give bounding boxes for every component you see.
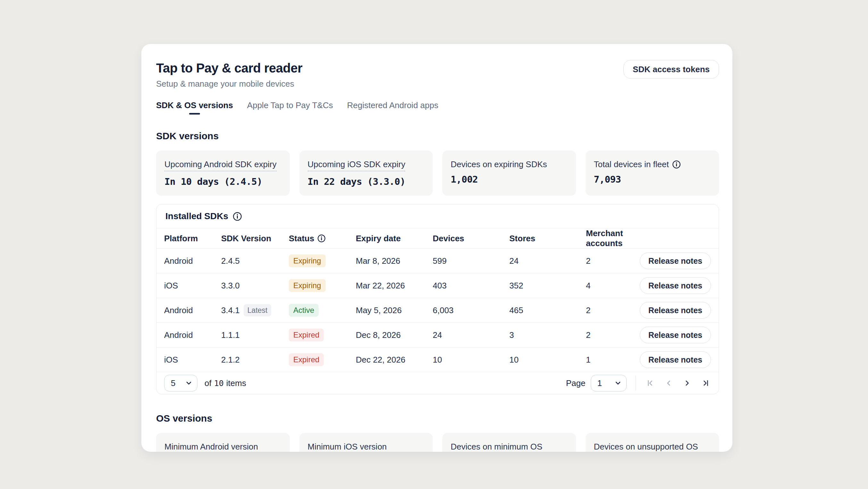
card-label: Devices on minimum OS version xyxy=(451,442,568,452)
sdk-version: 2.4.5 xyxy=(221,256,240,266)
card-label-tooltip-trigger[interactable]: Upcoming iOS SDK expiry xyxy=(308,160,405,171)
card-label: Devices on expiring SDKs xyxy=(451,160,547,169)
main-panel: Tap to Pay & card reader Setup & manage … xyxy=(142,44,733,452)
column-header-expiry-date: Expiry date xyxy=(356,234,433,243)
first-page-icon[interactable] xyxy=(645,378,655,388)
items-suffix: items xyxy=(226,378,246,388)
column-header-merchant-accounts: Merchant accounts xyxy=(586,228,645,248)
release-notes-button[interactable]: Release notes xyxy=(640,277,711,294)
devices-cell: 599 xyxy=(433,256,509,266)
sdk-versions-heading: SDK versions xyxy=(156,130,719,142)
merchant-accounts-cell: 2 xyxy=(586,256,645,266)
table-row: Android 3.4.1 Latest Active May 5, 2026 … xyxy=(156,298,719,323)
table-row: iOS 3.3.0 Expiring Mar 22, 2026 403 352 … xyxy=(156,274,719,298)
card-label-tooltip-trigger[interactable]: Minimum Android version xyxy=(164,442,258,452)
info-icon[interactable] xyxy=(317,234,326,242)
page-size-value: 5 xyxy=(171,378,175,388)
page-background: { "page": { "background_color": "#ECEBE8… xyxy=(0,0,868,489)
sdk-access-tokens-button[interactable]: SDK access tokens xyxy=(623,60,719,79)
table-row: Android 1.1.1 Expired Dec 8, 2026 24 3 2… xyxy=(156,323,719,347)
version-cell: 3.3.0 xyxy=(221,281,289,291)
chevron-down-icon xyxy=(185,379,193,387)
tab-registered-android-apps[interactable]: Registered Android apps xyxy=(347,100,438,115)
summary-card-expiring-devices: Devices on expiring SDKs 1,002 xyxy=(442,150,576,196)
card-label-wrap: Devices on minimum OS version xyxy=(451,442,568,452)
card-label: Minimum iOS version xyxy=(308,442,387,452)
sdk-version: 1.1.1 xyxy=(221,330,240,340)
page-number-select[interactable]: 1 xyxy=(591,375,627,392)
pagination-bar: 5 of 10 items Page 1 xyxy=(156,372,719,394)
items-count: 10 xyxy=(214,379,224,388)
status-badge: Active xyxy=(289,304,319,317)
sdk-summary-cards: Upcoming Android SDK expiry In 10 days (… xyxy=(156,150,719,196)
tab-label: Registered Android apps xyxy=(347,100,438,110)
chevron-down-icon xyxy=(614,379,622,387)
card-value: In 22 days (3.3.0) xyxy=(308,176,425,187)
page-label: Page xyxy=(566,378,586,388)
expiry-date-cell: Dec 8, 2026 xyxy=(356,330,433,340)
card-value: 1,002 xyxy=(451,174,568,185)
column-header-platform: Platform xyxy=(156,234,221,243)
pagination-right: Page 1 xyxy=(566,375,711,392)
installed-sdks-card: Installed SDKs Platform SDK Version Stat… xyxy=(156,204,719,394)
expiry-date-cell: Mar 8, 2026 xyxy=(356,256,433,266)
info-icon[interactable] xyxy=(672,160,681,169)
page-size-select[interactable]: 5 xyxy=(164,375,197,392)
table-row: Android 2.4.5 Expiring Mar 8, 2026 599 2… xyxy=(156,249,719,274)
summary-card-total-fleet: Total devices in fleet 7,093 xyxy=(586,150,719,196)
platform-cell: iOS xyxy=(156,355,221,365)
status-badge: Expiring xyxy=(289,279,326,292)
card-value: 7,093 xyxy=(594,174,711,185)
status-cell: Expiring xyxy=(289,279,356,292)
status-cell: Expired xyxy=(289,353,356,366)
merchant-accounts-cell: 2 xyxy=(586,330,645,340)
card-label: Upcoming iOS SDK expiry xyxy=(308,160,405,171)
table-header-row: Platform SDK Version Status Expiry date … xyxy=(156,228,719,249)
chevron-right-icon[interactable] xyxy=(682,378,692,388)
info-icon[interactable] xyxy=(233,212,242,221)
summary-card-android-expiry: Upcoming Android SDK expiry In 10 days (… xyxy=(156,150,290,196)
summary-card-ios-expiry: Upcoming iOS SDK expiry In 22 days (3.3.… xyxy=(299,150,433,196)
version-cell: 1.1.1 xyxy=(221,330,289,340)
table-row: iOS 2.1.2 Expired Dec 22, 2026 10 10 1 R… xyxy=(156,347,719,372)
stores-cell: 465 xyxy=(509,306,586,315)
page-title: Tap to Pay & card reader xyxy=(156,60,302,76)
expiry-date-cell: Dec 22, 2026 xyxy=(356,355,433,365)
os-card-min-android: Minimum Android version xyxy=(156,433,290,452)
stores-cell: 352 xyxy=(509,281,586,291)
page-subtitle: Setup & manage your mobile devices xyxy=(156,79,302,89)
platform-cell: Android xyxy=(156,256,221,266)
release-notes-button[interactable]: Release notes xyxy=(640,351,711,368)
column-header-status: Status xyxy=(289,234,356,243)
release-notes-button[interactable]: Release notes xyxy=(640,327,711,343)
tab-sdk-os-versions[interactable]: SDK & OS versions xyxy=(156,100,233,115)
platform-cell: Android xyxy=(156,330,221,340)
release-notes-button[interactable]: Release notes xyxy=(640,253,711,269)
platform-cell: Android xyxy=(156,306,221,315)
card-label: Minimum Android version xyxy=(164,442,258,452)
tab-apple-tap-to-pay-tcs[interactable]: Apple Tap to Pay T&Cs xyxy=(247,100,333,115)
actions-cell: Release notes xyxy=(640,253,719,269)
devices-cell: 403 xyxy=(433,281,509,291)
merchant-accounts-cell: 1 xyxy=(586,355,645,365)
os-card-devices-unsupported: Devices on unsupported OS xyxy=(586,433,719,452)
release-notes-button[interactable]: Release notes xyxy=(640,302,711,319)
os-versions-heading: OS versions xyxy=(156,412,719,425)
version-cell: 3.4.1 Latest xyxy=(221,304,289,316)
page-number-value: 1 xyxy=(597,378,602,388)
tab-bar: SDK & OS versions Apple Tap to Pay T&Cs … xyxy=(156,100,719,115)
card-label-tooltip-trigger[interactable]: Minimum iOS version xyxy=(308,442,387,452)
latest-badge: Latest xyxy=(244,304,272,316)
stores-cell: 3 xyxy=(509,330,586,340)
status-cell: Expiring xyxy=(289,254,356,267)
card-label: Upcoming Android SDK expiry xyxy=(164,160,277,171)
tab-label: SDK & OS versions xyxy=(156,100,233,110)
header-text-block: Tap to Pay & card reader Setup & manage … xyxy=(156,60,302,89)
page-header: Tap to Pay & card reader Setup & manage … xyxy=(156,60,719,89)
installed-sdks-title: Installed SDKs xyxy=(165,211,228,222)
card-label-tooltip-trigger[interactable]: Upcoming Android SDK expiry xyxy=(164,160,277,171)
card-label: Total devices in fleet xyxy=(594,160,669,169)
chevron-left-icon[interactable] xyxy=(663,378,674,388)
last-page-icon[interactable] xyxy=(701,378,711,388)
status-badge: Expired xyxy=(289,353,324,366)
